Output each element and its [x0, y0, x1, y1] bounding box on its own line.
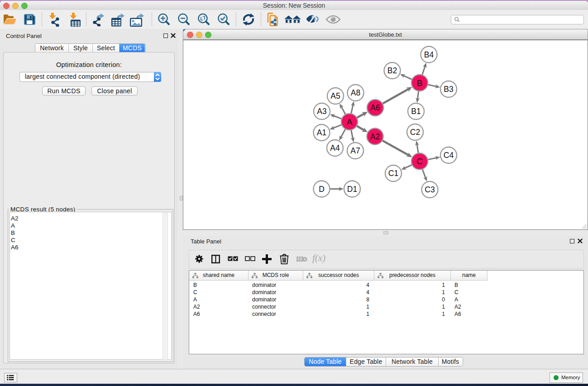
svg-text:A3: A3: [317, 107, 326, 116]
svg-text:A5: A5: [330, 91, 340, 100]
svg-text:B: B: [417, 78, 423, 88]
svg-text:A: A: [347, 117, 353, 127]
svg-text:A8: A8: [351, 88, 360, 97]
svg-text:D1: D1: [347, 185, 357, 194]
svg-text:C3: C3: [425, 185, 435, 194]
svg-text:A1: A1: [317, 128, 326, 137]
svg-text:B4: B4: [424, 50, 434, 59]
svg-text:C1: C1: [388, 169, 398, 178]
svg-text:A2: A2: [370, 132, 380, 141]
svg-text:C4: C4: [444, 151, 454, 160]
svg-text:C2: C2: [410, 128, 420, 137]
svg-text:A7: A7: [350, 146, 360, 155]
svg-text:D: D: [319, 185, 325, 194]
svg-text:B1: B1: [411, 107, 421, 116]
svg-text:B3: B3: [444, 85, 453, 94]
svg-text:A6: A6: [370, 103, 380, 112]
svg-text:C: C: [416, 157, 423, 166]
svg-text:B2: B2: [387, 66, 397, 75]
svg-text:A4: A4: [330, 143, 340, 152]
